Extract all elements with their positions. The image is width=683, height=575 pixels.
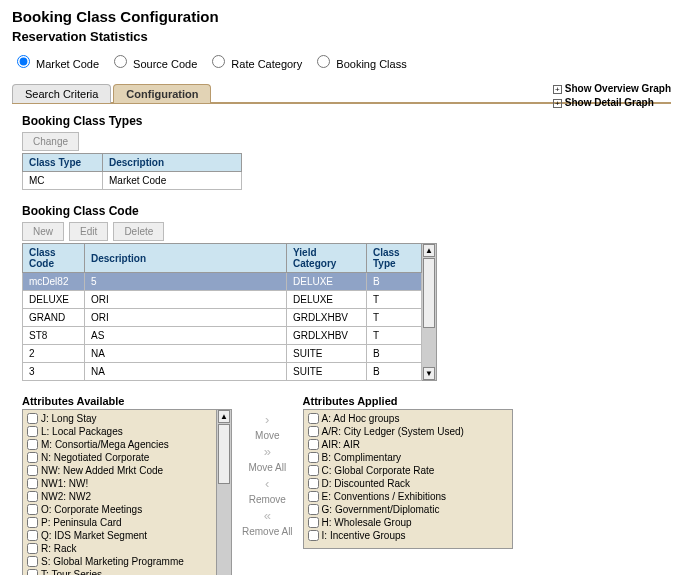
types-table: Class Type Description MCMarket Code [22,153,242,190]
list-item[interactable]: NW1: NW! [25,477,214,490]
table-row[interactable]: ST8ASGRDLXHBVT [23,327,422,345]
checkbox[interactable] [308,530,319,541]
table-row[interactable]: DELUXEORIDELUXET [23,291,422,309]
list-item[interactable]: L: Local Packages [25,425,214,438]
change-button[interactable]: Change [22,132,79,151]
list-item[interactable]: AIR: AIR [306,438,510,451]
list-item[interactable]: O: Corporate Meetings [25,503,214,516]
list-item[interactable]: J: Long Stay [25,412,214,425]
list-item[interactable]: NW2: NW2 [25,490,214,503]
list-item-label: T: Tour Series [41,569,102,575]
scroll-down-icon[interactable]: ▼ [423,367,435,380]
attributes-available-list[interactable]: J: Long StayL: Local PackagesM: Consorti… [22,409,217,575]
list-item[interactable]: A/R: City Ledger (System Used) [306,425,510,438]
scroll-up-icon[interactable]: ▲ [218,410,230,423]
checkbox[interactable] [27,426,38,437]
list-item[interactable]: P: Peninsula Card [25,516,214,529]
list-item[interactable]: I: Incentive Groups [306,529,510,542]
filter-radio[interactable]: Rate Category [207,58,302,70]
move-button[interactable]: Move [255,430,279,441]
checkbox[interactable] [27,517,38,528]
codes-scrollbar[interactable]: ▲ ▼ [422,243,437,381]
delete-button[interactable]: Delete [113,222,164,241]
checkbox[interactable] [27,465,38,476]
list-item[interactable]: N: Negotiated Corporate [25,451,214,464]
remove-all-button[interactable]: Remove All [242,526,293,537]
checkbox[interactable] [27,413,38,424]
checkbox[interactable] [27,439,38,450]
move-all-button[interactable]: Move All [248,462,286,473]
codes-col-yield-category[interactable]: Yield Category [287,244,367,273]
chevron-left-icon[interactable]: ‹ [265,477,269,490]
checkbox[interactable] [308,439,319,450]
remove-button[interactable]: Remove [249,494,286,505]
table-row[interactable]: 3NASUITEB [23,363,422,381]
new-button[interactable]: New [22,222,64,241]
list-item[interactable]: H: Wholesale Group [306,516,510,529]
checkbox[interactable] [27,452,38,463]
checkbox[interactable] [308,452,319,463]
page-subtitle: Reservation Statistics [12,29,671,44]
codes-col-class-type[interactable]: Class Type [367,244,422,273]
checkbox[interactable] [27,478,38,489]
checkbox[interactable] [308,504,319,515]
codes-col-class-code[interactable]: Class Code [23,244,85,273]
plus-icon[interactable]: + [553,85,562,94]
list-item[interactable]: B: Complimentary [306,451,510,464]
checkbox[interactable] [27,556,38,567]
edit-button[interactable]: Edit [69,222,108,241]
checkbox[interactable] [27,569,38,575]
list-item[interactable]: D: Discounted Rack [306,477,510,490]
table-row[interactable]: GRANDORIGRDLXHBVT [23,309,422,327]
tab-configuration[interactable]: Configuration [113,84,211,103]
scroll-thumb[interactable] [218,424,230,484]
table-cell: SUITE [287,363,367,381]
list-item[interactable]: R: Rack [25,542,214,555]
filter-radio[interactable]: Booking Class [312,58,406,70]
checkbox[interactable] [308,426,319,437]
codes-col-description[interactable]: Description [85,244,287,273]
list-item-label: AIR: AIR [322,439,360,450]
list-item[interactable]: G: Government/Diplomatic [306,503,510,516]
list-item[interactable]: NW: New Added Mrkt Code [25,464,214,477]
list-item-label: E: Conventions / Exhibitions [322,491,447,502]
table-cell: GRDLXHBV [287,327,367,345]
list-item[interactable]: M: Consortia/Mega Agencies [25,438,214,451]
checkbox[interactable] [308,465,319,476]
scroll-thumb[interactable] [423,258,435,328]
chevron-double-left-icon[interactable]: « [264,509,271,522]
table-cell: SUITE [287,345,367,363]
chevron-double-right-icon[interactable]: » [264,445,271,458]
table-row[interactable]: MCMarket Code [23,172,242,190]
checkbox[interactable] [27,543,38,554]
list-item[interactable]: E: Conventions / Exhibitions [306,490,510,503]
checkbox[interactable] [308,478,319,489]
checkbox[interactable] [308,413,319,424]
available-scrollbar[interactable]: ▲ ▼ [217,409,232,575]
checkbox[interactable] [27,491,38,502]
list-item[interactable]: C: Global Corporate Rate [306,464,510,477]
table-cell: 2 [23,345,85,363]
types-col-description[interactable]: Description [103,154,242,172]
chevron-right-icon[interactable]: › [265,413,269,426]
list-item[interactable]: Q: IDS Market Segment [25,529,214,542]
show-overview-graph-link[interactable]: Show Overview Graph [565,83,671,94]
filter-radio[interactable]: Market Code [12,58,99,70]
mover-controls: › Move » Move All ‹ Remove « Remove All [242,395,293,537]
checkbox[interactable] [27,504,38,515]
list-item[interactable]: A: Ad Hoc groups [306,412,510,425]
show-detail-graph-link[interactable]: Show Detail Graph [565,97,654,108]
checkbox[interactable] [27,530,38,541]
list-item[interactable]: S: Global Marketing Programme [25,555,214,568]
table-row[interactable]: 2NASUITEB [23,345,422,363]
tab-search-criteria[interactable]: Search Criteria [12,84,111,103]
scroll-up-icon[interactable]: ▲ [423,244,435,257]
filter-radio[interactable]: Source Code [109,58,197,70]
types-col-class-type[interactable]: Class Type [23,154,103,172]
list-item[interactable]: T: Tour Series [25,568,214,575]
plus-icon[interactable]: + [553,99,562,108]
attributes-applied-list[interactable]: A: Ad Hoc groupsA/R: City Ledger (System… [303,409,513,549]
table-row[interactable]: mcDel825DELUXEB [23,273,422,291]
checkbox[interactable] [308,491,319,502]
checkbox[interactable] [308,517,319,528]
